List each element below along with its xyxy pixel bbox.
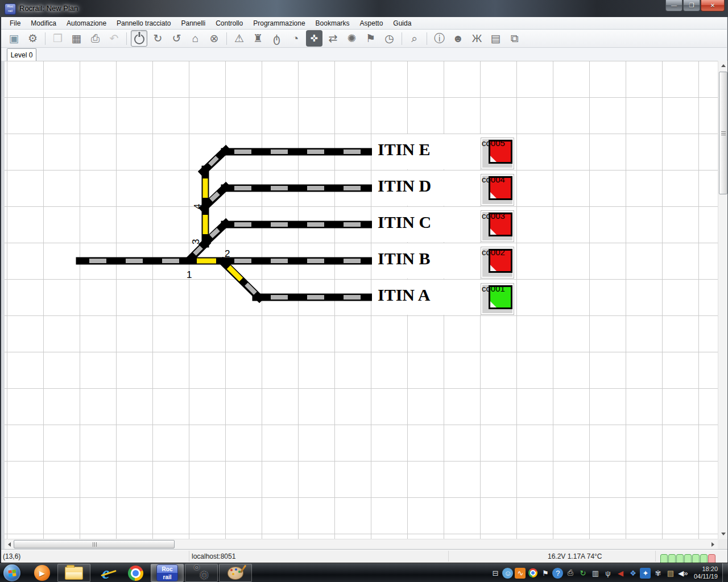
help-tray-icon[interactable]: ? [552,568,563,579]
wallet-tray-icon[interactable]: ▤ [665,568,676,579]
status-led-green [668,554,676,563]
folder-icon [65,567,83,580]
status-divider [448,551,449,562]
menu-item-programmazione[interactable]: Programmazione [248,18,310,28]
scroll-up-button[interactable] [718,61,728,70]
printer-tray-icon[interactable]: ⎙ [565,568,576,579]
reconnect-icon: ↻ [154,32,163,45]
speed-monitor-button[interactable]: ◔ [287,30,304,47]
output-button-co003[interactable]: co003 [481,210,514,242]
rocrail-icon-text: rail [157,573,177,581]
user-tray-icon[interactable]: ☺ [502,568,513,579]
maximize-button[interactable]: ❐ [683,0,700,11]
window-frame-left [0,17,1,563]
tray-clock[interactable]: 18:20 04/11/19 [694,566,718,580]
media-player-button[interactable]: ▶ [28,564,56,582]
horizontal-scroll-thumb[interactable] [14,540,175,548]
menu-bar: FileModificaAutomazionePannello tracciat… [1,17,727,30]
routes-button[interactable]: ✜ [306,30,322,47]
toolbar-separator [402,32,402,45]
notes-button[interactable]: ▤ [487,30,504,47]
mute-tray-icon[interactable]: ◀ [615,568,626,579]
menu-item-file[interactable]: File [5,18,26,28]
chrome-button[interactable] [121,564,150,582]
gear-icon: ⚙ [199,569,209,581]
show-desktop-button[interactable] [722,563,728,582]
switches-button[interactable]: ⇄ [325,30,341,47]
rocrail-button[interactable]: Rocrail [151,564,184,582]
clock-button[interactable]: ◷ [381,30,398,47]
explorer-button[interactable] [57,564,90,582]
menu-item-bookmarks[interactable]: Bookmarks [311,18,355,28]
network-tray-icon[interactable]: ⊟ [490,568,500,579]
title-bar[interactable]: Roc rail Rocrail: New Plan —❐✕ [0,0,728,17]
sync-tray-icon[interactable]: ↻ [577,568,588,579]
windows-logo-pane [12,569,15,573]
locomotives-button[interactable]: ♜ [250,30,266,47]
menu-item-aspetto[interactable]: Aspetto [355,18,388,28]
internet-explorer-button[interactable]: e [92,564,120,582]
output-button-co002[interactable]: co002 [481,247,514,278]
tab-level-0[interactable]: Level 0 [7,48,36,61]
scroll-left-button[interactable] [5,539,14,549]
copy-button[interactable]: ⧉ [506,30,523,47]
save-icon: ▦ [72,32,82,45]
warning-button[interactable]: ⚠ [231,30,247,47]
auto-mode-icon: ⚑ [366,32,375,45]
menu-item-controllo[interactable]: Controllo [210,18,248,28]
status-led-green [684,554,692,563]
undo-button[interactable]: ↶ [106,30,122,47]
throttle-icon: ტ [273,32,280,45]
save-button[interactable]: ▦ [68,30,85,47]
workspace-button[interactable]: ▣ [6,30,22,47]
menu-item-modifica[interactable]: Modifica [26,18,61,28]
scroll-right-button[interactable] [708,539,718,549]
minimize-button[interactable]: — [665,0,682,11]
info-button[interactable]: ⓘ [431,30,448,47]
menu-item-guida[interactable]: Guida [388,18,416,28]
close-button[interactable]: ✕ [701,0,725,11]
init-field-button[interactable]: ↺ [168,30,185,47]
monitor-tray-icon[interactable]: ▥ [590,568,601,579]
scroll-down-button[interactable] [718,529,728,539]
support-button[interactable]: ☻ [450,30,466,47]
output-button-co004[interactable]: co004 [481,174,514,206]
volume-tray-icon[interactable]: ◀» [677,568,688,579]
output-label: co003 [482,211,505,221]
reconnect-button[interactable]: ↻ [150,30,166,47]
key-tray-icon[interactable]: ✦ [640,568,651,579]
dropbox-tray-icon[interactable]: ❖ [627,568,638,579]
chrome-icon [128,566,143,581]
menu-item-pannello-tracciato[interactable]: Pannello tracciato [111,18,176,28]
open-workspace-button[interactable]: ❒ [49,30,66,47]
chrome-tray-icon[interactable] [527,568,538,579]
flag-tray-icon[interactable]: ⚑ [540,568,551,579]
emergency-stop-button[interactable]: ⊗ [206,30,222,47]
output-button-co005[interactable]: co005 [481,138,514,169]
rocrail-properties-button[interactable]: ⚙ [24,30,41,47]
paint-button[interactable] [219,564,252,582]
status-position: (13,6) [3,552,20,560]
rocrail-server-button[interactable]: ⚙⚙ [185,564,218,582]
debug-button[interactable]: Ж [469,30,485,47]
go-home-button[interactable]: ⌂ [187,30,204,47]
menu-item-pannelli[interactable]: Pannelli [176,18,210,28]
print-button[interactable]: ⎙ [87,30,104,47]
chrome-icon [528,568,537,577]
throttle-button[interactable]: ტ [268,30,285,47]
notes-tray-icon[interactable]: ∿ [515,568,526,579]
track-plan[interactable]: 1234 [5,61,718,539]
horizontal-scrollbar[interactable] [5,539,718,549]
vertical-scrollbar[interactable] [718,61,727,539]
find-button[interactable]: ⌕ [406,30,423,47]
power-button[interactable] [131,30,147,47]
vertical-scroll-thumb[interactable] [719,72,727,194]
swirl-tray-icon[interactable]: ✾ [652,568,663,579]
output-button-co001[interactable]: co001 [481,283,514,315]
usb-tray-icon[interactable]: ψ [602,568,613,579]
outputs-button[interactable]: ✺ [344,30,360,47]
auto-mode-button[interactable]: ⚑ [362,30,379,47]
start-button[interactable] [3,564,20,581]
menu-item-automazione[interactable]: Automazione [61,18,111,28]
track-plan-canvas[interactable]: 1234 ITIN Eco005ITIN Dco004ITIN Cco003IT… [5,61,718,539]
